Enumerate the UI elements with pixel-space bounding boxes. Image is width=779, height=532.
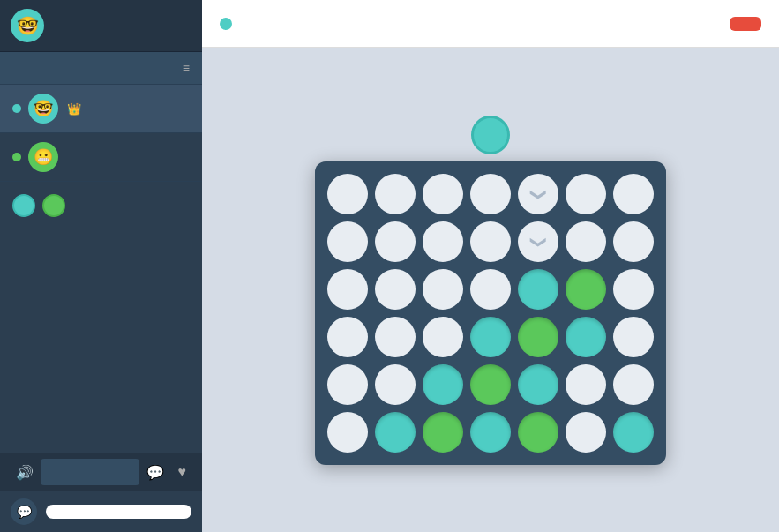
chat-button[interactable]: 💬	[139, 461, 171, 484]
turn-indicator	[220, 18, 241, 30]
cell-3-1[interactable]	[375, 317, 416, 357]
cell-0-5[interactable]	[566, 174, 606, 214]
cell-4-0[interactable]	[327, 364, 368, 405]
player-avatar-computer: 😬	[28, 142, 58, 172]
cell-0-4[interactable]	[518, 174, 558, 214]
chat-input[interactable]	[41, 459, 139, 485]
cell-0-1[interactable]	[375, 174, 416, 214]
cell-0-3[interactable]	[470, 174, 511, 214]
turn-dot	[220, 18, 232, 30]
cell-2-1[interactable]	[375, 269, 416, 310]
heart-button[interactable]: ♥	[171, 461, 194, 483]
cell-1-1[interactable]	[375, 221, 416, 262]
app-avatar: 🤓	[11, 9, 44, 42]
score-dot-green	[42, 194, 65, 217]
score-dot-cyan	[12, 194, 35, 217]
sidebar-header: 🤓	[0, 0, 202, 52]
cell-2-2[interactable]	[423, 269, 463, 310]
cell-3-5[interactable]	[566, 317, 606, 357]
sound-button[interactable]: 🔊	[9, 461, 41, 484]
cell-5-1[interactable]	[375, 412, 416, 453]
players-section: ≡ 🤓 👑 😬	[0, 52, 202, 453]
chat-actions: 🔊 💬 ♥	[0, 453, 202, 491]
cell-4-3[interactable]	[470, 364, 511, 405]
cell-5-5[interactable]	[566, 412, 606, 453]
crown-icon: 👑	[67, 102, 81, 116]
cell-4-5[interactable]	[566, 364, 606, 405]
cell-3-6[interactable]	[613, 317, 654, 357]
cell-4-1[interactable]	[375, 364, 416, 405]
cell-1-5[interactable]	[566, 221, 606, 262]
cell-1-2[interactable]	[423, 221, 463, 262]
cell-1-4[interactable]	[518, 221, 558, 262]
cell-1-3[interactable]	[470, 221, 511, 262]
player-dot-you	[12, 104, 21, 113]
cell-3-0[interactable]	[327, 317, 368, 357]
chat-bubble-icon[interactable]: 💬	[11, 498, 37, 525]
cell-0-2[interactable]	[423, 174, 463, 214]
main-area	[202, 0, 779, 532]
main-header	[202, 0, 779, 48]
cell-3-3[interactable]	[470, 317, 511, 357]
send-message-row: 💬	[0, 491, 202, 532]
cell-3-4[interactable]	[518, 317, 558, 357]
cell-5-2[interactable]	[423, 412, 463, 453]
hover-piece	[471, 116, 510, 154]
players-header: ≡	[0, 52, 202, 85]
player-info-you: 👑	[67, 102, 85, 116]
sidebar-bottom: 🔊 💬 ♥ 💬	[0, 453, 202, 532]
send-message-button[interactable]	[46, 505, 191, 519]
filter-icon[interactable]: ≡	[183, 61, 190, 75]
cell-2-3[interactable]	[470, 269, 511, 310]
cell-1-0[interactable]	[327, 221, 368, 262]
game-board[interactable]	[315, 161, 666, 465]
cell-2-6[interactable]	[613, 269, 654, 310]
player-dot-computer	[12, 153, 21, 161]
score-dots	[0, 182, 202, 229]
player-item-computer[interactable]: 😬	[0, 133, 202, 182]
cell-2-5[interactable]	[566, 269, 606, 310]
cell-5-6[interactable]	[613, 412, 654, 453]
player-avatar-you: 🤓	[28, 94, 58, 124]
cell-0-0[interactable]	[327, 174, 368, 214]
cell-2-4[interactable]	[518, 269, 558, 310]
cell-4-2[interactable]	[423, 364, 463, 405]
cell-4-4[interactable]	[518, 364, 558, 405]
player-item-you[interactable]: 🤓 👑	[0, 85, 202, 133]
cell-5-3[interactable]	[470, 412, 511, 453]
cell-0-6[interactable]	[613, 174, 654, 214]
cell-2-0[interactable]	[327, 269, 368, 310]
cell-3-2[interactable]	[423, 317, 463, 357]
cell-5-0[interactable]	[327, 412, 368, 453]
cell-1-6[interactable]	[613, 221, 654, 262]
sidebar: 🤓 ≡ 🤓 👑	[0, 0, 202, 532]
cell-5-4[interactable]	[518, 412, 558, 453]
game-wrapper	[315, 116, 666, 465]
cell-4-6[interactable]	[613, 364, 654, 405]
leave-match-button[interactable]	[730, 17, 761, 31]
game-area	[202, 48, 779, 532]
